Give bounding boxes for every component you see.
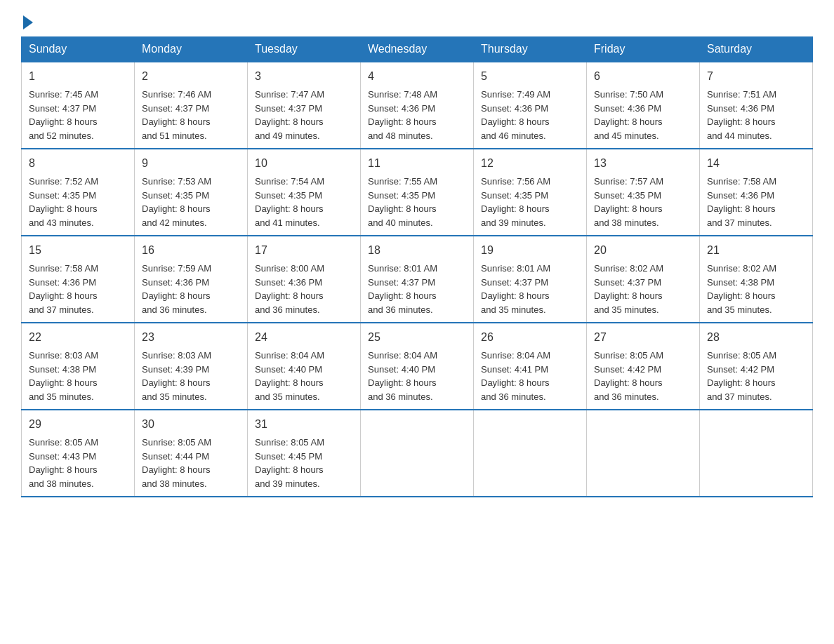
calendar-table: SundayMondayTuesdayWednesdayThursdayFrid…	[21, 36, 813, 497]
day-info: Sunrise: 7:59 AMSunset: 4:36 PMDaylight:…	[142, 262, 240, 316]
calendar-day-cell: 28Sunrise: 8:05 AMSunset: 4:42 PMDayligh…	[700, 323, 813, 410]
day-of-week-header: Wednesday	[361, 37, 474, 62]
calendar-day-cell: 7Sunrise: 7:51 AMSunset: 4:36 PMDaylight…	[700, 62, 813, 149]
calendar-day-cell: 1Sunrise: 7:45 AMSunset: 4:37 PMDaylight…	[22, 62, 135, 149]
day-info: Sunrise: 8:02 AMSunset: 4:37 PMDaylight:…	[594, 262, 692, 316]
calendar-week-row: 1Sunrise: 7:45 AMSunset: 4:37 PMDaylight…	[22, 62, 813, 149]
calendar-day-cell	[474, 410, 587, 497]
day-number: 2	[142, 68, 240, 85]
day-info: Sunrise: 8:03 AMSunset: 4:38 PMDaylight:…	[29, 349, 127, 403]
day-number: 15	[29, 242, 127, 259]
day-number: 14	[707, 155, 805, 172]
day-number: 13	[594, 155, 692, 172]
day-number: 26	[481, 329, 579, 346]
page-header	[21, 14, 813, 29]
day-info: Sunrise: 8:05 AMSunset: 4:43 PMDaylight:…	[29, 436, 127, 490]
day-number: 27	[594, 329, 692, 346]
calendar-week-row: 15Sunrise: 7:58 AMSunset: 4:36 PMDayligh…	[22, 236, 813, 323]
calendar-week-row: 29Sunrise: 8:05 AMSunset: 4:43 PMDayligh…	[22, 410, 813, 497]
day-number: 11	[368, 155, 466, 172]
calendar-day-cell: 12Sunrise: 7:56 AMSunset: 4:35 PMDayligh…	[474, 149, 587, 236]
calendar-day-cell: 29Sunrise: 8:05 AMSunset: 4:43 PMDayligh…	[22, 410, 135, 497]
day-number: 24	[255, 329, 353, 346]
day-of-week-header: Saturday	[700, 37, 813, 62]
day-number: 21	[707, 242, 805, 259]
day-info: Sunrise: 7:45 AMSunset: 4:37 PMDaylight:…	[29, 88, 127, 142]
calendar-day-cell: 24Sunrise: 8:04 AMSunset: 4:40 PMDayligh…	[248, 323, 361, 410]
calendar-day-cell: 2Sunrise: 7:46 AMSunset: 4:37 PMDaylight…	[135, 62, 248, 149]
calendar-day-cell	[700, 410, 813, 497]
calendar-day-cell: 15Sunrise: 7:58 AMSunset: 4:36 PMDayligh…	[22, 236, 135, 323]
day-info: Sunrise: 7:52 AMSunset: 4:35 PMDaylight:…	[29, 175, 127, 229]
day-number: 8	[29, 155, 127, 172]
day-info: Sunrise: 7:51 AMSunset: 4:36 PMDaylight:…	[707, 88, 805, 142]
calendar-day-cell: 4Sunrise: 7:48 AMSunset: 4:36 PMDaylight…	[361, 62, 474, 149]
calendar-day-cell: 22Sunrise: 8:03 AMSunset: 4:38 PMDayligh…	[22, 323, 135, 410]
day-info: Sunrise: 7:54 AMSunset: 4:35 PMDaylight:…	[255, 175, 353, 229]
calendar-week-row: 8Sunrise: 7:52 AMSunset: 4:35 PMDaylight…	[22, 149, 813, 236]
calendar-day-cell: 26Sunrise: 8:04 AMSunset: 4:41 PMDayligh…	[474, 323, 587, 410]
day-info: Sunrise: 8:05 AMSunset: 4:42 PMDaylight:…	[707, 349, 805, 403]
calendar-day-cell: 23Sunrise: 8:03 AMSunset: 4:39 PMDayligh…	[135, 323, 248, 410]
calendar-day-cell	[587, 410, 700, 497]
day-of-week-header: Friday	[587, 37, 700, 62]
day-number: 9	[142, 155, 240, 172]
day-info: Sunrise: 7:47 AMSunset: 4:37 PMDaylight:…	[255, 88, 353, 142]
day-info: Sunrise: 8:04 AMSunset: 4:41 PMDaylight:…	[481, 349, 579, 403]
day-number: 28	[707, 329, 805, 346]
calendar-day-cell: 20Sunrise: 8:02 AMSunset: 4:37 PMDayligh…	[587, 236, 700, 323]
day-of-week-header: Monday	[135, 37, 248, 62]
calendar-day-cell: 16Sunrise: 7:59 AMSunset: 4:36 PMDayligh…	[135, 236, 248, 323]
day-info: Sunrise: 8:04 AMSunset: 4:40 PMDaylight:…	[368, 349, 466, 403]
day-info: Sunrise: 8:00 AMSunset: 4:36 PMDaylight:…	[255, 262, 353, 316]
day-info: Sunrise: 8:05 AMSunset: 4:42 PMDaylight:…	[594, 349, 692, 403]
calendar-day-cell: 14Sunrise: 7:58 AMSunset: 4:36 PMDayligh…	[700, 149, 813, 236]
day-info: Sunrise: 7:53 AMSunset: 4:35 PMDaylight:…	[142, 175, 240, 229]
calendar-day-cell: 30Sunrise: 8:05 AMSunset: 4:44 PMDayligh…	[135, 410, 248, 497]
day-info: Sunrise: 8:03 AMSunset: 4:39 PMDaylight:…	[142, 349, 240, 403]
day-of-week-header: Tuesday	[248, 37, 361, 62]
day-info: Sunrise: 8:04 AMSunset: 4:40 PMDaylight:…	[255, 349, 353, 403]
day-info: Sunrise: 7:58 AMSunset: 4:36 PMDaylight:…	[29, 262, 127, 316]
day-number: 19	[481, 242, 579, 259]
day-number: 16	[142, 242, 240, 259]
logo	[21, 14, 33, 29]
day-number: 22	[29, 329, 127, 346]
day-number: 12	[481, 155, 579, 172]
day-number: 6	[594, 68, 692, 85]
day-number: 5	[481, 68, 579, 85]
calendar-day-cell: 8Sunrise: 7:52 AMSunset: 4:35 PMDaylight…	[22, 149, 135, 236]
calendar-day-cell: 13Sunrise: 7:57 AMSunset: 4:35 PMDayligh…	[587, 149, 700, 236]
calendar-day-cell: 10Sunrise: 7:54 AMSunset: 4:35 PMDayligh…	[248, 149, 361, 236]
day-number: 1	[29, 68, 127, 85]
day-info: Sunrise: 7:57 AMSunset: 4:35 PMDaylight:…	[594, 175, 692, 229]
day-info: Sunrise: 8:05 AMSunset: 4:44 PMDaylight:…	[142, 436, 240, 490]
day-number: 3	[255, 68, 353, 85]
calendar-day-cell: 25Sunrise: 8:04 AMSunset: 4:40 PMDayligh…	[361, 323, 474, 410]
calendar-day-cell: 11Sunrise: 7:55 AMSunset: 4:35 PMDayligh…	[361, 149, 474, 236]
calendar-day-cell: 27Sunrise: 8:05 AMSunset: 4:42 PMDayligh…	[587, 323, 700, 410]
calendar-day-cell: 6Sunrise: 7:50 AMSunset: 4:36 PMDaylight…	[587, 62, 700, 149]
day-of-week-header: Thursday	[474, 37, 587, 62]
day-number: 10	[255, 155, 353, 172]
day-number: 29	[29, 416, 127, 433]
calendar-day-cell: 21Sunrise: 8:02 AMSunset: 4:38 PMDayligh…	[700, 236, 813, 323]
day-number: 17	[255, 242, 353, 259]
day-info: Sunrise: 8:01 AMSunset: 4:37 PMDaylight:…	[481, 262, 579, 316]
day-number: 20	[594, 242, 692, 259]
calendar-day-cell: 3Sunrise: 7:47 AMSunset: 4:37 PMDaylight…	[248, 62, 361, 149]
day-info: Sunrise: 7:48 AMSunset: 4:36 PMDaylight:…	[368, 88, 466, 142]
calendar-day-cell: 5Sunrise: 7:49 AMSunset: 4:36 PMDaylight…	[474, 62, 587, 149]
day-number: 31	[255, 416, 353, 433]
calendar-header-row: SundayMondayTuesdayWednesdayThursdayFrid…	[22, 37, 813, 62]
day-number: 7	[707, 68, 805, 85]
day-number: 4	[368, 68, 466, 85]
day-info: Sunrise: 7:58 AMSunset: 4:36 PMDaylight:…	[707, 175, 805, 229]
calendar-day-cell	[361, 410, 474, 497]
day-number: 30	[142, 416, 240, 433]
calendar-week-row: 22Sunrise: 8:03 AMSunset: 4:38 PMDayligh…	[22, 323, 813, 410]
day-info: Sunrise: 8:01 AMSunset: 4:37 PMDaylight:…	[368, 262, 466, 316]
day-of-week-header: Sunday	[22, 37, 135, 62]
calendar-day-cell: 31Sunrise: 8:05 AMSunset: 4:45 PMDayligh…	[248, 410, 361, 497]
day-info: Sunrise: 7:56 AMSunset: 4:35 PMDaylight:…	[481, 175, 579, 229]
